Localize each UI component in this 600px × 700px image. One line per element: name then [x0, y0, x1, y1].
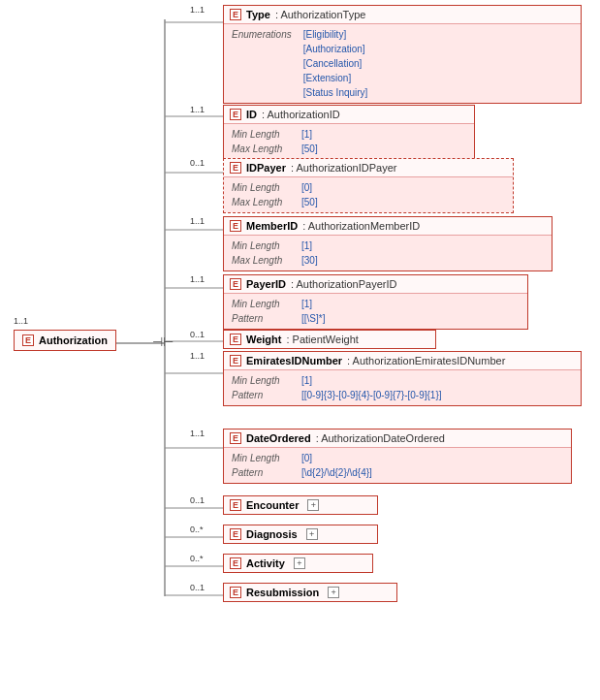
- idpayer-minlen-value: [0]: [301, 180, 312, 195]
- payerid-minlen-value: [1]: [301, 297, 312, 311]
- type-title: Type: [246, 9, 270, 20]
- dateordered-pattern-label: Pattern: [232, 465, 290, 480]
- emiratesid-node: E EmiratesIDNumber : AuthorizationEmirat…: [223, 351, 582, 406]
- activity-node: E Activity +: [223, 554, 373, 573]
- diagnosis-title: Diagnosis: [246, 528, 298, 540]
- type-node: E Type : AuthorizationType Enumerations …: [223, 5, 582, 104]
- idpayer-title: IDPayer: [246, 162, 286, 174]
- dateordered-multiplicity: 1..1: [190, 429, 205, 438]
- emiratesid-multiplicity: 1..1: [190, 351, 205, 361]
- idpayer-badge: E: [230, 162, 241, 174]
- id-maxlen-label: Max Length: [232, 142, 290, 156]
- connector-symbol: ⊣⊢: [152, 334, 174, 349]
- id-node: E ID : AuthorizationID Min Length [1] Ma…: [223, 105, 475, 160]
- type-colon: : AuthorizationType: [275, 9, 366, 20]
- weight-title: Weight: [246, 334, 281, 345]
- diagnosis-expand-icon[interactable]: +: [306, 528, 318, 540]
- weight-badge: E: [230, 334, 241, 345]
- id-minlen-label: Min Length: [232, 127, 290, 142]
- memberid-maxlen-label: Max Length: [232, 253, 290, 268]
- payerid-colon: : AuthorizationPayerID: [291, 278, 396, 290]
- id-minlen-value: [1]: [301, 127, 312, 142]
- activity-title: Activity: [246, 557, 285, 569]
- memberid-minlen-value: [1]: [301, 239, 312, 253]
- resubmission-badge: E: [230, 587, 241, 598]
- diagnosis-badge: E: [230, 528, 241, 540]
- encounter-title: Encounter: [246, 499, 299, 511]
- encounter-badge: E: [230, 499, 241, 511]
- id-colon: : AuthorizationID: [262, 109, 340, 120]
- activity-multiplicity: 0..*: [190, 554, 204, 563]
- memberid-colon: : AuthorizationMemberID: [302, 220, 420, 232]
- root-title: Authorization: [39, 334, 108, 346]
- type-enum-value: [Eligibility][Authorization][Cancellatio…: [303, 27, 368, 100]
- dateordered-minlen-label: Min Length: [232, 451, 290, 465]
- type-badge: E: [230, 9, 241, 20]
- dateordered-pattern-value: [\d{2}/\d{2}/\d{4}]: [301, 465, 372, 480]
- root-node: E Authorization: [14, 330, 116, 351]
- diagram-container: E Authorization 1..1 ⊣⊢ E Type : Authori…: [0, 0, 600, 700]
- encounter-node: E Encounter +: [223, 495, 378, 515]
- id-maxlen-value: [50]: [301, 142, 318, 156]
- activity-expand-icon[interactable]: +: [294, 557, 305, 569]
- diagnosis-multiplicity: 0..*: [190, 525, 204, 534]
- dateordered-badge: E: [230, 432, 241, 444]
- emiratesid-minlen-label: Min Length: [232, 373, 290, 388]
- memberid-maxlen-value: [30]: [301, 253, 318, 268]
- payerid-title: PayerID: [246, 278, 286, 290]
- encounter-expand-icon[interactable]: +: [307, 499, 319, 511]
- payerid-pattern-label: Pattern: [232, 311, 290, 326]
- payerid-pattern-value: [[\S]*]: [301, 311, 325, 326]
- weight-node: E Weight : PatientWeight: [223, 330, 436, 349]
- resubmission-multiplicity: 0..1: [190, 583, 205, 592]
- memberid-title: MemberID: [246, 220, 298, 232]
- emiratesid-pattern-value: [[0-9]{3}-[0-9]{4}-[0-9]{7}-[0-9]{1}]: [301, 388, 442, 402]
- idpayer-maxlen-value: [50]: [301, 195, 318, 209]
- root-badge: E: [22, 334, 34, 346]
- id-title: ID: [246, 109, 257, 120]
- idpayer-multiplicity: 0..1: [190, 158, 205, 168]
- weight-colon: : PatientWeight: [286, 334, 358, 345]
- emiratesid-colon: : AuthorizationEmiratesIDNumber: [347, 355, 505, 366]
- emiratesid-pattern-label: Pattern: [232, 388, 290, 402]
- resubmission-node: E Resubmission +: [223, 583, 397, 602]
- encounter-multiplicity: 0..1: [190, 495, 205, 505]
- idpayer-minlen-label: Min Length: [232, 180, 290, 195]
- resubmission-expand-icon[interactable]: +: [328, 587, 339, 598]
- idpayer-node: E IDPayer : AuthorizationIDPayer Min Len…: [223, 158, 514, 213]
- type-multiplicity: 1..1: [190, 5, 205, 15]
- payerid-multiplicity: 1..1: [190, 274, 205, 284]
- memberid-badge: E: [230, 220, 241, 232]
- payerid-minlen-label: Min Length: [232, 297, 290, 311]
- idpayer-maxlen-label: Max Length: [232, 195, 290, 209]
- emiratesid-badge: E: [230, 355, 241, 366]
- resubmission-title: Resubmission: [246, 587, 319, 598]
- root-multiplicity: 1..1: [14, 316, 28, 326]
- dateordered-node: E DateOrdered : AuthorizationDateOrdered…: [223, 429, 572, 484]
- payerid-node: E PayerID : AuthorizationPayerID Min Len…: [223, 274, 528, 330]
- memberid-minlen-label: Min Length: [232, 239, 290, 253]
- activity-badge: E: [230, 557, 241, 569]
- diagnosis-node: E Diagnosis +: [223, 525, 378, 544]
- payerid-badge: E: [230, 278, 241, 290]
- memberid-multiplicity: 1..1: [190, 216, 205, 226]
- idpayer-colon: : AuthorizationIDPayer: [291, 162, 396, 174]
- memberid-node: E MemberID : AuthorizationMemberID Min L…: [223, 216, 553, 271]
- emiratesid-title: EmiratesIDNumber: [246, 355, 342, 366]
- dateordered-colon: : AuthorizationDateOrdered: [316, 432, 445, 444]
- dateordered-title: DateOrdered: [246, 432, 311, 444]
- dateordered-minlen-value: [0]: [301, 451, 312, 465]
- emiratesid-minlen-value: [1]: [301, 373, 312, 388]
- id-multiplicity: 1..1: [190, 105, 205, 114]
- weight-multiplicity: 0..1: [190, 330, 205, 339]
- type-enum-label: Enumerations: [232, 27, 292, 100]
- id-badge: E: [230, 109, 241, 120]
